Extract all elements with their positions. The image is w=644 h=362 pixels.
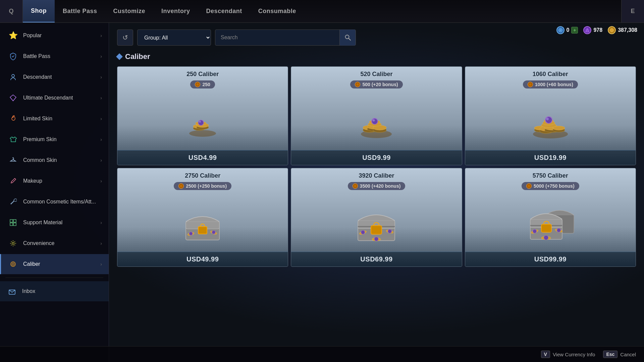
sidebar-item-support-material[interactable]: Support Material › xyxy=(0,213,109,233)
svg-point-4 xyxy=(12,74,14,77)
nav-descendant-button[interactable]: Descendant xyxy=(198,0,250,22)
sidebar-item-popular[interactable]: ⭐ Popular › xyxy=(0,25,109,46)
sidebar-item-premium-skin[interactable]: Premium Skin › xyxy=(0,129,109,149)
view-currency-label: View Currency Info xyxy=(553,352,595,357)
brush-icon xyxy=(8,176,18,186)
nav-battlepass-button[interactable]: Battle Pass xyxy=(55,0,105,22)
card-250-caliber[interactable]: 250 Caliber 250 xyxy=(117,66,288,165)
card-title: 3920 Caliber xyxy=(291,168,462,181)
nav-consumable-button[interactable]: Consumable xyxy=(250,0,304,22)
refresh-button[interactable]: ↺ xyxy=(117,29,133,46)
svg-marker-2 xyxy=(586,28,589,32)
card-1060-caliber[interactable]: 1060 Caliber 1000 (+60 bonus) xyxy=(465,66,636,165)
svg-point-3 xyxy=(610,28,613,32)
currency-badge: 3500 (+420 bonus) xyxy=(348,182,406,190)
sidebar-item-makeup[interactable]: Makeup › xyxy=(0,171,109,191)
sidebar-item-common-cosmetic[interactable]: Common Cosmetic Items/Att... xyxy=(0,192,109,212)
sidebar-label-descendant: Descendant xyxy=(23,74,100,80)
currency-amount: 500 (+20 bonus) xyxy=(362,82,398,87)
hanger-icon xyxy=(8,155,18,166)
sidebar-item-battlepass[interactable]: Battle Pass › xyxy=(0,46,109,66)
currency-badge: 1000 (+60 bonus) xyxy=(523,80,578,88)
chevron-right-icon: › xyxy=(100,220,102,225)
card-title: 1060 Caliber xyxy=(465,67,636,79)
view-currency-action[interactable]: V View Currency Info xyxy=(541,351,595,358)
chevron-right-icon: › xyxy=(100,54,102,59)
person-icon xyxy=(8,72,18,82)
svg-point-23 xyxy=(198,120,204,125)
fire-icon xyxy=(8,113,18,124)
currency-badge: 250 xyxy=(190,80,215,88)
refresh-icon: ↺ xyxy=(122,34,128,42)
nav-q-button[interactable]: Q xyxy=(0,0,23,22)
sidebar-item-common-skin[interactable]: Common Skin › xyxy=(0,150,109,170)
caliber-currency-icon xyxy=(556,26,565,34)
card-price: USD69.99 xyxy=(291,252,462,266)
card-currency-row: 1000 (+60 bonus) xyxy=(465,79,636,90)
currency-badge: 2500 (+250 bonus) xyxy=(174,182,231,190)
currency-amount: 2500 (+250 bonus) xyxy=(186,183,227,189)
svg-rect-10 xyxy=(13,223,16,226)
sidebar-label-ultimate: Ultimate Descendant xyxy=(23,95,100,101)
caliber-small-icon xyxy=(528,82,533,87)
sidebar-item-ultimate-descendant[interactable]: Ultimate Descendant › xyxy=(0,88,109,108)
chevron-right-icon: › xyxy=(100,158,102,163)
svg-point-24 xyxy=(199,121,201,123)
sidebar-label-battlepass: Battle Pass xyxy=(23,53,100,59)
coin-icon xyxy=(8,259,18,269)
sidebar-label-common-skin: Common Skin xyxy=(23,157,100,163)
nav-e-button[interactable]: E xyxy=(621,0,644,22)
card-520-caliber[interactable]: 520 Caliber 500 (+20 bonus) xyxy=(291,66,462,165)
sidebar-label-inbox: Inbox xyxy=(22,288,102,294)
nav-shop-button[interactable]: Shop xyxy=(23,0,55,22)
card-currency-row: 5000 (+750 bonus) xyxy=(465,181,636,191)
chevron-right-icon: › xyxy=(100,178,102,184)
card-price: USD9.99 xyxy=(291,150,462,165)
svg-point-13 xyxy=(12,263,14,265)
sidebar-item-inbox[interactable]: Inbox xyxy=(0,281,109,301)
section-title-text: Caliber xyxy=(125,52,150,61)
card-price: USD4.99 xyxy=(117,150,288,165)
caliber-small-icon xyxy=(353,183,358,189)
currency-badge: 5000 (+750 bonus) xyxy=(522,182,579,190)
card-currency-row: 3500 (+420 bonus) xyxy=(291,181,462,191)
sidebar-label-support: Support Material xyxy=(23,220,100,226)
svg-rect-52 xyxy=(198,227,207,234)
card-image xyxy=(465,90,636,150)
chest-medium xyxy=(351,196,401,247)
cancel-action[interactable]: Esc Cancel xyxy=(603,351,636,358)
nav-customize-button[interactable]: Customize xyxy=(105,0,154,22)
search-input[interactable] xyxy=(215,35,339,41)
section-title: Caliber xyxy=(117,52,636,61)
svg-rect-72 xyxy=(541,224,551,232)
nav-inventory-button[interactable]: Inventory xyxy=(153,0,198,22)
sidebar-item-limited-skin[interactable]: Limited Skin › xyxy=(0,109,109,129)
caliber-small-icon xyxy=(195,82,200,87)
nexus-amount: 978 xyxy=(593,27,602,33)
svg-point-56 xyxy=(212,231,215,234)
currency-amount: 3500 (+420 bonus) xyxy=(360,183,401,189)
cancel-label: Cancel xyxy=(620,352,636,357)
search-button[interactable] xyxy=(339,29,356,46)
caliber-add-button[interactable]: + xyxy=(571,27,578,34)
card-currency-row: 2500 (+250 bonus) xyxy=(117,181,288,191)
card-image xyxy=(117,191,288,252)
svg-point-78 xyxy=(544,236,548,240)
card-3920-caliber[interactable]: 3920 Caliber 3500 (+420 bonus) xyxy=(291,168,462,267)
card-2750-caliber[interactable]: 2750 Caliber 2500 (+250 bonus) xyxy=(117,168,288,267)
nexus-currency-icon xyxy=(583,26,591,34)
chevron-right-icon: › xyxy=(100,137,102,142)
caliber-currency: 0 + xyxy=(556,26,578,34)
nexus-currency: 978 xyxy=(583,26,602,34)
currency-badge: 500 (+20 bonus) xyxy=(350,80,402,88)
gold-currency-icon xyxy=(608,26,616,34)
svg-marker-5 xyxy=(10,95,16,101)
inbox-icon xyxy=(7,286,17,297)
sidebar-item-caliber[interactable]: Caliber › xyxy=(0,254,109,274)
svg-point-49 xyxy=(546,118,549,120)
sidebar-item-descendant[interactable]: Descendant › xyxy=(0,67,109,87)
group-select[interactable]: Group: All xyxy=(137,29,211,46)
sidebar-label-common-cosmetic: Common Cosmetic Items/Att... xyxy=(23,199,102,205)
sidebar-item-convenience[interactable]: Convenience › xyxy=(0,233,109,253)
card-5750-caliber[interactable]: 5750 Caliber 5000 (+750 bonus) xyxy=(465,168,636,267)
